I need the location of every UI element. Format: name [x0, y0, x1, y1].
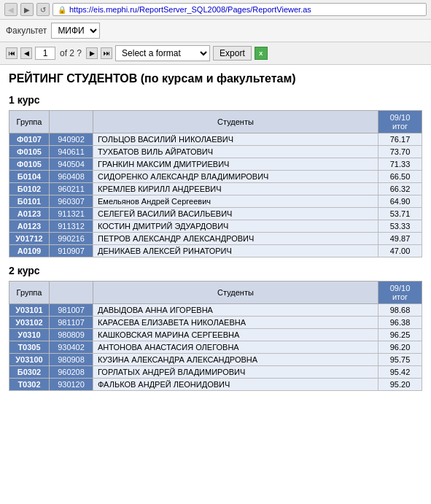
page-of-label: of 2 ?	[60, 48, 82, 58]
cell-group: У01712	[9, 233, 50, 245]
cell-group: Ф0105	[9, 146, 50, 158]
cell-name: ДЕНИКАЕВ АЛЕКСЕЙ РИНАТОРИЧ	[93, 245, 378, 257]
table-row: У01712 990216 ПЕТРОВ АЛЕКСАНДР АЛЕКСАНДР…	[9, 233, 422, 245]
cell-score: 98.68	[378, 304, 422, 317]
cell-group: У0310	[9, 329, 50, 341]
cell-id: 930120	[50, 379, 93, 391]
cell-name: ГОРЛАТЫХ АНДРЕЙ ВЛАДИМИРОВИЧ	[93, 366, 378, 379]
browser-toolbar: ◀ ▶ ↺ 🔒 https://eis.mephi.ru/ReportServe…	[0, 0, 431, 20]
cell-group: А0109	[9, 245, 50, 257]
col-header-id	[50, 111, 93, 133]
export-button[interactable]: Export	[213, 46, 252, 61]
cell-id: 960408	[50, 171, 93, 183]
table-row: А0123 911321 СЕЛЕГЕЙ ВАСИЛИЙ ВАСИЛЬЕВИЧ …	[9, 208, 422, 220]
table-row: Ф0107 940902 ГОЛЬЦОВ ВАСИЛИЙ НИКОЛАЕВИЧ …	[9, 133, 422, 146]
cell-id: 990216	[50, 233, 93, 245]
cell-name: КРЕМЛЕВ КИРИЛЛ АНДРЕЕВИЧ	[93, 183, 378, 195]
cell-group: У03100	[9, 354, 50, 366]
cell-score: 64.90	[378, 195, 422, 208]
prev-page-button[interactable]: ◀	[20, 47, 32, 59]
table-row: Б0104 960408 СИДОРЕНКО АЛЕКСАНДР ВЛАДИМИ…	[9, 171, 422, 183]
cell-id: 940611	[50, 146, 93, 158]
section-1-title: 1 курс	[9, 94, 422, 106]
cell-id: 940504	[50, 158, 93, 171]
cell-id: 911321	[50, 208, 93, 220]
cell-name: КОСТИН ДМИТРИЙ ЭДУАРДОВИЧ	[93, 220, 378, 233]
table-row: У03101 981007 ДАВЫДОВА АННА ИГОРЕВНА 98.…	[9, 304, 422, 317]
cell-group: У03102	[9, 317, 50, 329]
table-row: Т0305 930402 АНТОНОВА АНАСТАСИЯ ОЛЕГОВНА…	[9, 341, 422, 354]
col-header-students: Студенты	[93, 111, 378, 133]
table-header-row: Группа Студенты 09/10 итог	[9, 282, 422, 304]
section-2-title: 2 курс	[9, 265, 422, 276]
cell-group: Б0302	[9, 366, 50, 379]
url-text: https://eis.mephi.ru/ReportServer_SQL200…	[69, 5, 311, 14]
faculty-select[interactable]: МИФИ	[51, 23, 100, 39]
cell-name: ДАВЫДОВА АННА ИГОРЕВНА	[93, 304, 378, 317]
back-button[interactable]: ◀	[4, 3, 18, 16]
page-number-input[interactable]: 1	[35, 47, 55, 60]
cell-score: 95.75	[378, 354, 422, 366]
cell-name: ФАЛЬКОВ АНДРЕЙ ЛЕОНИДОВИЧ	[93, 379, 378, 391]
cell-id: 930402	[50, 341, 93, 354]
cell-score: 96.38	[378, 317, 422, 329]
cell-score: 53.71	[378, 208, 422, 220]
cell-score: 71.33	[378, 158, 422, 171]
cell-id: 981107	[50, 317, 93, 329]
report-content: РЕЙТИНГ СТУДЕНТОВ (по курсам и факультет…	[0, 65, 431, 406]
col-header-score: 09/10 итог	[378, 282, 422, 304]
cell-name: СЕЛЕГЕЙ ВАСИЛИЙ ВАСИЛЬЕВИЧ	[93, 208, 378, 220]
cell-name: ГОЛЬЦОВ ВАСИЛИЙ НИКОЛАЕВИЧ	[93, 133, 378, 146]
table-row: Б0101 960307 Емельянов Андрей Сергеевич …	[9, 195, 422, 208]
cell-score: 95.42	[378, 366, 422, 379]
cell-name: АНТОНОВА АНАСТАСИЯ ОЛЕГОВНА	[93, 341, 378, 354]
col-header-group: Группа	[9, 111, 50, 133]
format-select[interactable]: Select a format PDF Excel Word	[115, 45, 210, 61]
cell-name: СИДОРЕНКО АЛЕКСАНДР ВЛАДИМИРОВИЧ	[93, 171, 378, 183]
table-row: Б0102 960211 КРЕМЛЕВ КИРИЛЛ АНДРЕЕВИЧ 66…	[9, 183, 422, 195]
refresh-button[interactable]: ↺	[36, 3, 50, 16]
table-row: Т0302 930120 ФАЛЬКОВ АНДРЕЙ ЛЕОНИДОВИЧ 9…	[9, 379, 422, 391]
excel-icon[interactable]: X	[255, 47, 268, 60]
cell-score: 49.87	[378, 233, 422, 245]
cell-name: ПЕТРОВ АЛЕКСАНДР АЛЕКСАНДРОВИЧ	[93, 233, 378, 245]
cell-group: Б0102	[9, 183, 50, 195]
cell-group: Б0104	[9, 171, 50, 183]
cell-id: 940902	[50, 133, 93, 146]
cell-id: 960208	[50, 366, 93, 379]
cell-group: Т0305	[9, 341, 50, 354]
col-header-students: Студенты	[93, 282, 378, 304]
table-row: У0310 980809 КАШКОВСКАЯ МАРИНА СЕРГЕЕВНА…	[9, 329, 422, 341]
cell-name: КАШКОВСКАЯ МАРИНА СЕРГЕЕВНА	[93, 329, 378, 341]
table-row: А0109 910907 ДЕНИКАЕВ АЛЕКСЕЙ РИНАТОРИЧ …	[9, 245, 422, 257]
cell-score: 96.20	[378, 341, 422, 354]
col-header-id	[50, 282, 93, 304]
cell-group: Б0101	[9, 195, 50, 208]
forward-button[interactable]: ▶	[20, 3, 34, 16]
col-header-score: 09/10 итог	[378, 111, 422, 133]
table-row: Ф0105 940611 ТУХБАТОВ ВИЛЬ АЙРАТОВИЧ 73.…	[9, 146, 422, 158]
faculty-toolbar: Факультет МИФИ	[0, 20, 431, 42]
lock-icon: 🔒	[58, 6, 66, 14]
cell-score: 96.25	[378, 329, 422, 341]
table-row: Ф0105 940504 ГРАНКИН МАКСИМ ДМИТРИЕВИЧ 7…	[9, 158, 422, 171]
cell-name: КУЗИНА АЛЕКСАНДРА АЛЕКСАНДРОВНА	[93, 354, 378, 366]
report-toolbar: ⏮ ◀ 1 of 2 ? ▶ ⏭ Select a format PDF Exc…	[0, 42, 431, 65]
cell-name: ГРАНКИН МАКСИМ ДМИТРИЕВИЧ	[93, 158, 378, 171]
cell-group: Ф0105	[9, 158, 50, 171]
last-page-button[interactable]: ⏭	[101, 47, 112, 59]
first-page-button[interactable]: ⏮	[6, 47, 18, 59]
next-page-button[interactable]: ▶	[86, 47, 98, 59]
cell-id: 981007	[50, 304, 93, 317]
cell-group: Т0302	[9, 379, 50, 391]
section-2-table: Группа Студенты 09/10 итог У03101 981007…	[9, 281, 422, 391]
address-bar[interactable]: 🔒 https://eis.mephi.ru/ReportServer_SQL2…	[53, 3, 427, 16]
cell-group: А0123	[9, 220, 50, 233]
cell-group: Ф0107	[9, 133, 50, 146]
cell-id: 911312	[50, 220, 93, 233]
cell-score: 73.70	[378, 146, 422, 158]
section-1-table: Группа Студенты 09/10 итог Ф0107 940902 …	[9, 110, 422, 257]
cell-id: 910907	[50, 245, 93, 257]
cell-name: КАРАСЕВА ЕЛИЗАВЕТА НИКОЛАЕВНА	[93, 317, 378, 329]
cell-group: У03101	[9, 304, 50, 317]
